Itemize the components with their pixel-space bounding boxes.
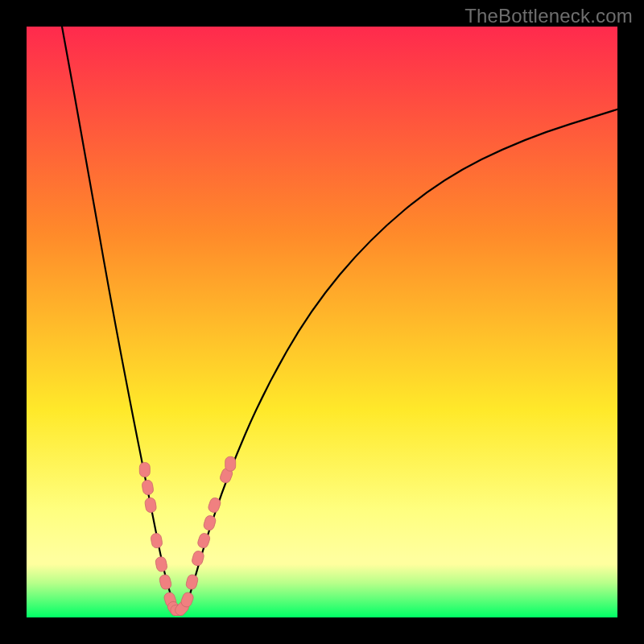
marker-point: [144, 497, 157, 514]
marker-point: [159, 574, 172, 591]
outer-frame: TheBottleneck.com: [0, 0, 644, 644]
chart-svg: [27, 27, 617, 617]
bottleneck-curve: [62, 27, 617, 610]
marker-point: [185, 574, 199, 591]
marker-point: [196, 532, 211, 549]
marker-point: [151, 533, 163, 549]
marker-point: [142, 480, 155, 496]
marker-point: [139, 463, 150, 477]
marker-point: [203, 514, 217, 531]
marker-point: [225, 456, 236, 471]
marker-point: [155, 556, 167, 572]
plot-area: [27, 27, 617, 617]
marker-group: [139, 456, 235, 617]
watermark-text: TheBottleneck.com: [464, 5, 633, 27]
